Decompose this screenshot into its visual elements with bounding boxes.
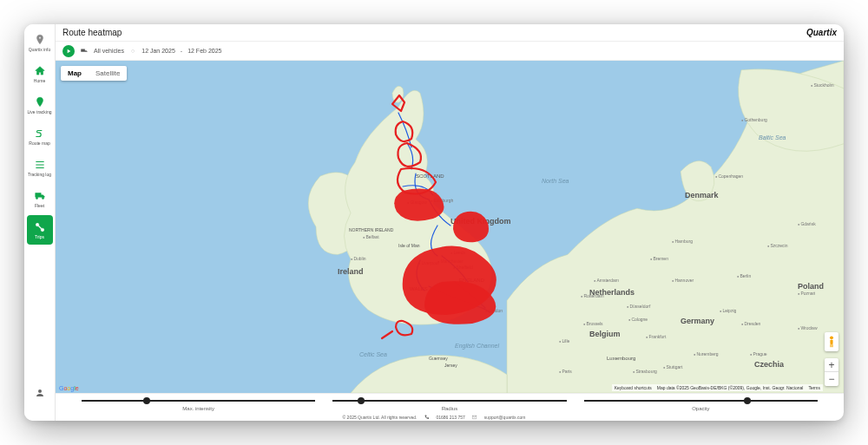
sidebar-item-live[interactable]: Live tracking xyxy=(27,90,53,120)
sidebar-item-route[interactable]: Route map xyxy=(27,121,53,151)
play-button[interactable] xyxy=(62,45,75,57)
sidebar-item-label: Fleet xyxy=(35,204,44,208)
svg-rect-4 xyxy=(830,340,832,344)
opacity-slider[interactable] xyxy=(584,397,818,404)
sidebar-item-fleet[interactable]: Fleet xyxy=(27,184,53,213)
radius-slider[interactable] xyxy=(332,397,566,404)
trips-icon xyxy=(34,221,46,233)
map-type-switch: Map Satellite xyxy=(61,66,127,81)
kbd-shortcuts[interactable]: Keyboard shortcuts xyxy=(615,385,652,390)
satellite-tab[interactable]: Satellite xyxy=(89,66,127,81)
phone: 01686 213 757 xyxy=(436,415,464,420)
map-attribution: Keyboard shortcuts Map data ©2025 GeoBas… xyxy=(612,384,823,391)
sidebar-item-home[interactable]: Home xyxy=(27,59,53,88)
pegman-icon xyxy=(828,336,835,348)
sidebar-item-label: Live tracking xyxy=(27,110,51,115)
vehicles-icon xyxy=(80,47,89,56)
sidebar-item-trips[interactable]: Trips xyxy=(27,215,53,245)
gear-icon[interactable] xyxy=(35,405,45,416)
list-icon xyxy=(34,159,46,171)
route-icon xyxy=(34,128,46,140)
truck-icon xyxy=(34,190,46,202)
opacity-label: Opacity xyxy=(692,406,709,411)
zoom-out-button[interactable]: − xyxy=(825,372,838,386)
google-logo: Google xyxy=(59,385,79,391)
pin-person-icon xyxy=(34,34,46,46)
sidebar: Quartix info Home Live tracking Route ma… xyxy=(24,24,56,421)
terms-link[interactable]: Terms xyxy=(808,385,820,390)
page-title: Route heatmap xyxy=(62,28,122,37)
footer: © 2025 Quartix Ltd. All rights reserved.… xyxy=(343,415,526,420)
sidebar-item-info[interactable]: Quartix info xyxy=(27,28,53,57)
intensity-slider[interactable] xyxy=(82,397,315,404)
svg-point-2 xyxy=(38,389,42,393)
brand-logo: Quartix xyxy=(806,28,837,37)
date-from[interactable]: 12 Jan 2025 xyxy=(141,48,175,54)
svg-point-3 xyxy=(830,336,833,339)
email: support@quartix.com xyxy=(484,415,526,420)
route-overlay xyxy=(56,61,844,373)
copyright: © 2025 Quartix Ltd. All rights reserved. xyxy=(343,415,418,420)
user-icon[interactable] xyxy=(35,388,45,398)
mail-icon xyxy=(472,415,477,420)
date-to[interactable]: 12 Feb 2025 xyxy=(187,48,221,54)
opacity-thumb[interactable] xyxy=(744,397,751,404)
radius-thumb[interactable] xyxy=(358,397,365,404)
map-tab[interactable]: Map xyxy=(61,66,89,81)
sidebar-item-label: Route map xyxy=(29,141,49,146)
sidebar-item-label: Home xyxy=(34,79,45,83)
play-icon xyxy=(65,48,72,55)
radius-label: Radius xyxy=(442,406,458,411)
slider-row: Max. intensity Radius Opacity © 2025 Qua… xyxy=(56,393,844,421)
phone-icon xyxy=(424,415,429,420)
pegman-button[interactable] xyxy=(825,332,838,351)
sidebar-item-label: Quartix info xyxy=(29,48,51,52)
vehicle-filter[interactable]: All vehicles xyxy=(94,48,124,54)
pin-icon xyxy=(34,96,46,108)
intensity-label: Max. intensity xyxy=(182,406,214,411)
home-icon xyxy=(34,65,46,77)
map[interactable]: North Sea Baltic Sea Celtic Sea English … xyxy=(56,61,844,393)
zoom-in-button[interactable]: + xyxy=(825,358,838,372)
filter-bar: All vehicles ○ 12 Jan 2025 - 12 Feb 2025 xyxy=(56,42,844,61)
map-data: Map data ©2025 GeoBasis-DE/BKG (©2009), … xyxy=(657,385,804,390)
sidebar-item-log[interactable]: Tracking log xyxy=(27,153,53,182)
svg-rect-6 xyxy=(832,344,832,347)
intensity-thumb[interactable] xyxy=(143,397,150,404)
svg-rect-5 xyxy=(830,344,831,347)
topbar: Route heatmap Quartix xyxy=(56,24,844,42)
date-sep: - xyxy=(181,48,182,54)
sidebar-item-label: Trips xyxy=(35,235,44,239)
zoom-control: + − xyxy=(825,358,838,386)
separator: ○ xyxy=(131,48,135,54)
sidebar-item-label: Tracking log xyxy=(28,173,51,177)
